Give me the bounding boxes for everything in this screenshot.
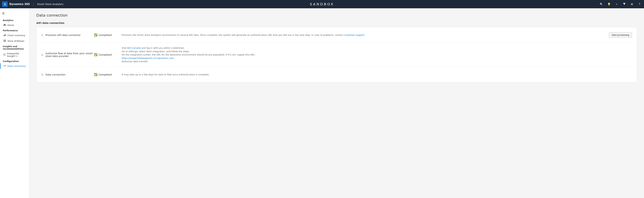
step-row-3: 3. Data connection ✅ Completed It may ta… xyxy=(36,67,637,82)
grid-icon: ⊞ xyxy=(4,2,6,6)
gear-icon: ⚙ xyxy=(631,2,633,6)
check-icon-1: ✅ xyxy=(94,33,98,37)
sidebar-item-frequently-bought-label: Frequently bought t... xyxy=(7,52,26,57)
filter-button[interactable] xyxy=(622,2,627,6)
sidebar-item-chain-summary-label: Chain summary xyxy=(8,34,25,37)
aifi-console-link[interactable]: AiFi Console xyxy=(127,47,141,49)
step-number-3: 3. xyxy=(41,73,46,76)
sidebar-section-performance: Performance xyxy=(0,28,29,32)
sidebar-item-store-drilldown[interactable]: Store drilldown xyxy=(0,38,29,44)
step-status-1: ✅ Completed xyxy=(94,33,122,37)
sidebar: ☰ Analytics Home Performance Chain summa… xyxy=(0,8,30,198)
check-icon-3: ✅ xyxy=(94,73,98,76)
step-status-3: ✅ Completed xyxy=(94,73,122,76)
hamburger-icon: ☰ xyxy=(2,12,4,15)
lightbulb-icon: 💡 xyxy=(607,2,611,6)
plus-icon: ＋ xyxy=(615,2,618,6)
steps-card: 1. Provision AiFi data connector ✅ Compl… xyxy=(36,27,637,83)
step-desc-authorize: Authorize data transfer. xyxy=(122,60,148,63)
drilldown-icon xyxy=(3,39,6,42)
sidebar-item-data-connection-label: Data connection xyxy=(8,65,26,67)
add-button[interactable]: ＋ xyxy=(614,2,619,6)
topbar: ⊞ Dynamics 365 | Smart Store Analytics S… xyxy=(0,0,644,8)
sidebar-item-chain-summary[interactable]: Chain summary xyxy=(0,32,29,38)
sandbox-label: SANDBOX xyxy=(310,2,334,6)
settings-button[interactable]: ⚙ xyxy=(630,2,634,6)
sidebar-item-home-label: Home xyxy=(8,24,14,26)
help-button[interactable]: ? xyxy=(637,2,642,6)
section-title: AiFi data connection xyxy=(36,21,637,24)
step-status-label-1: Completed xyxy=(98,34,112,36)
step-row-1: 1. Provision AiFi data connector ✅ Compl… xyxy=(36,27,637,43)
sidebar-item-data-connection[interactable]: Data connection xyxy=(0,63,29,69)
svg-rect-0 xyxy=(4,35,4,36)
step-name-1: Provision AiFi data connector xyxy=(46,34,94,36)
sidebar-section-insights: Insights and recommendations xyxy=(0,44,29,51)
search-button[interactable]: 🔍 xyxy=(599,2,604,6)
chart-icon xyxy=(3,34,6,37)
filter-icon xyxy=(623,2,626,6)
step-number-2: 2. xyxy=(41,53,46,56)
step-description-1: Provision the Smart Store Analytics envi… xyxy=(122,33,601,37)
svg-rect-1 xyxy=(4,34,5,36)
page-title: Data connection xyxy=(36,13,637,17)
step-description-3: It may take up to a few days for data to… xyxy=(122,73,601,76)
start-provisioning-button[interactable]: Start provisioning xyxy=(609,32,632,38)
step-name-3: Data connection xyxy=(46,73,94,76)
step-status-label-2: Completed xyxy=(98,53,112,56)
step-number-1: 1. xyxy=(41,34,46,36)
step-desc-login: and log in with you admin credentials.Go… xyxy=(122,47,255,56)
dataverse-url-link[interactable]: https://ssaaprilreleaseprod.crm.dynamics… xyxy=(122,57,174,59)
svg-rect-8 xyxy=(4,65,4,66)
lightbulb-button[interactable]: 💡 xyxy=(606,2,612,6)
brand-label: Dynamics 365 xyxy=(9,2,30,6)
step-description-2: Visit AiFi Console and log in with you a… xyxy=(122,46,601,63)
content-area: Data connection AiFi data connection 1. … xyxy=(30,8,644,198)
sidebar-item-home[interactable]: Home xyxy=(0,22,29,28)
step-status-label-3: Completed xyxy=(98,73,112,76)
step-desc-visit: Visit xyxy=(122,47,127,49)
search-icon: 🔍 xyxy=(600,2,603,6)
step-action-1: Start provisioning xyxy=(601,32,632,38)
dynamics-logo-button[interactable]: ⊞ xyxy=(2,1,8,7)
customer-support-link[interactable]: Customer support. xyxy=(344,34,365,36)
step-name-2: Authorize flow of data from your smart s… xyxy=(46,52,94,57)
svg-rect-2 xyxy=(5,34,6,36)
step-desc-text-1: Provision the Smart Store Analytics envi… xyxy=(122,34,344,36)
step-desc-text-3: It may take up to a few days for data to… xyxy=(122,73,210,76)
sidebar-section-analytics: Analytics xyxy=(0,18,29,22)
app-name-label: Smart Store Analytics xyxy=(37,3,63,5)
svg-rect-4 xyxy=(5,40,6,41)
svg-rect-6 xyxy=(5,41,6,42)
sidebar-section-configuration: Configuration xyxy=(0,59,29,63)
svg-rect-3 xyxy=(4,40,4,41)
connection-icon xyxy=(3,65,6,68)
svg-rect-5 xyxy=(4,41,4,42)
step-row-2: 2. Authorize flow of data from your smar… xyxy=(36,43,637,67)
topbar-separator: | xyxy=(33,2,34,6)
step-status-2: ✅ Completed xyxy=(94,53,122,56)
sidebar-item-frequently-bought[interactable]: Frequently bought t... xyxy=(0,51,29,59)
help-icon: ? xyxy=(639,2,640,6)
sidebar-menu-toggle[interactable]: ☰ xyxy=(0,10,6,16)
home-icon xyxy=(3,24,6,27)
insights-icon xyxy=(3,53,6,56)
svg-rect-9 xyxy=(5,65,6,66)
sidebar-item-store-drilldown-label: Store drilldown xyxy=(8,40,24,42)
check-icon-2: ✅ xyxy=(94,53,98,56)
